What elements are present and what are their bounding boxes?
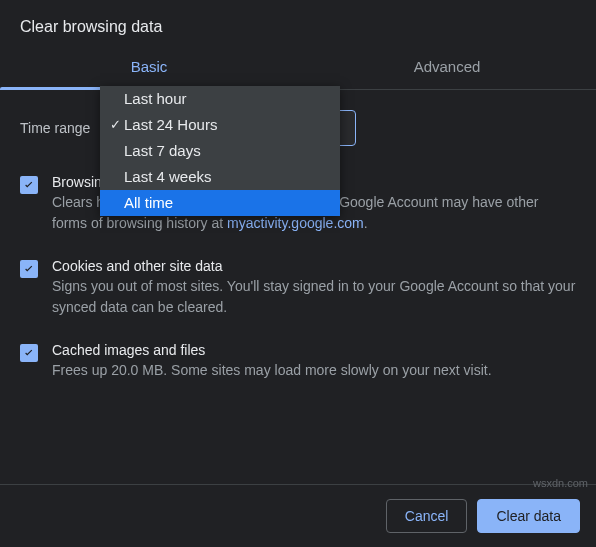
option-desc: Frees up 20.0 MB. Some sites may load mo… [52, 360, 576, 381]
cancel-button[interactable]: Cancel [386, 499, 468, 533]
check-icon [22, 346, 36, 360]
myactivity-link[interactable]: myactivity.google.com [227, 215, 364, 231]
checkmark-icon: ✓ [106, 114, 124, 136]
option-desc: Signs you out of most sites. You'll stay… [52, 276, 576, 318]
tab-basic[interactable]: Basic [0, 46, 298, 89]
dialog-title: Clear browsing data [0, 0, 596, 46]
dropdown-item-last-24-hours[interactable]: ✓ Last 24 Hours [100, 112, 340, 138]
check-icon [22, 262, 36, 276]
check-icon [22, 178, 36, 192]
clear-data-button[interactable]: Clear data [477, 499, 580, 533]
dialog-footer: Cancel Clear data [0, 484, 596, 547]
dropdown-item-last-7-days[interactable]: Last 7 days [100, 138, 340, 164]
option-title: Cookies and other site data [52, 258, 576, 274]
watermark: wsxdn.com [533, 477, 588, 489]
option-cache: Cached images and files Frees up 20.0 MB… [20, 342, 576, 381]
time-range-dropdown: Last hour ✓ Last 24 Hours Last 7 days La… [100, 86, 340, 216]
dropdown-item-last-4-weeks[interactable]: Last 4 weeks [100, 164, 340, 190]
dropdown-item-all-time[interactable]: All time [100, 190, 340, 216]
tabs: Basic Advanced [0, 46, 596, 90]
checkbox-cookies[interactable] [20, 260, 38, 278]
tab-advanced[interactable]: Advanced [298, 46, 596, 89]
checkbox-cache[interactable] [20, 344, 38, 362]
option-cookies: Cookies and other site data Signs you ou… [20, 258, 576, 318]
time-range-label: Time range [20, 120, 90, 136]
option-title: Cached images and files [52, 342, 576, 358]
dropdown-item-last-hour[interactable]: Last hour [100, 86, 340, 112]
checkbox-browsing-history[interactable] [20, 176, 38, 194]
